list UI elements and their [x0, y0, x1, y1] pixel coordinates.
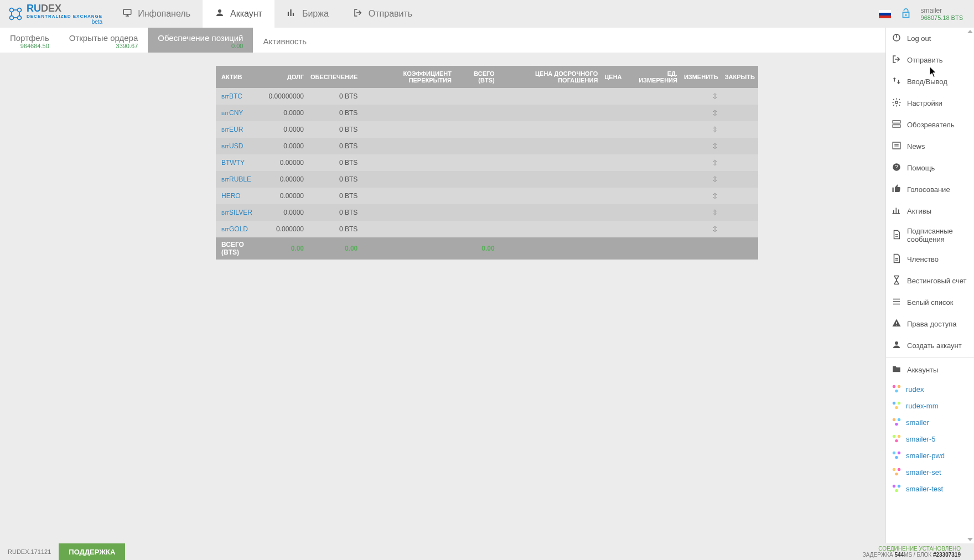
subtab-1[interactable]: Открытые ордера3390.67 — [59, 28, 148, 53]
table-row: HERO0.000000 BTS⇳ — [216, 188, 758, 204]
sidebar-item-7[interactable]: Голосование — [886, 179, 974, 200]
svg-point-39 — [895, 341, 898, 345]
nav-tab-1[interactable]: Аккаунт — [203, 0, 274, 28]
account-link-smailer-set[interactable]: smailer-set — [886, 464, 974, 480]
swap-icon — [892, 76, 903, 87]
adjust-icon[interactable]: ⇳ — [712, 158, 718, 167]
table-wrap: АКТИВДОЛГОБЕСПЕЧЕНИЕКОЭФФИЦИЕНТ ПЕРЕКРЫТ… — [216, 53, 758, 260]
sidebar-item-1[interactable]: Отправить — [886, 49, 974, 71]
table-row: BITGOLD0.0000000 BTS⇳ — [216, 221, 758, 237]
footer-total: 0.00 — [455, 237, 498, 260]
svg-point-50 — [898, 435, 900, 438]
adjust-icon[interactable]: ⇳ — [712, 92, 718, 101]
account-link-rudex-mm[interactable]: rudex-mm — [886, 397, 974, 414]
sidebar-item-9[interactable]: Подписанные сообщения — [886, 222, 974, 248]
sidebar-item-3[interactable]: Настройки — [886, 92, 974, 114]
account-name: smailer — [921, 7, 942, 14]
flag-icon[interactable] — [879, 10, 891, 18]
asset-link[interactable]: BITEUR — [221, 126, 243, 133]
power-icon — [892, 33, 903, 44]
logo[interactable]: RUDEX DECENTRALIZED EXCHANGE beta — [0, 3, 110, 25]
svg-point-46 — [893, 418, 895, 421]
account-info[interactable]: smailer 968075.18 BTS — [921, 7, 963, 21]
adjust-icon[interactable]: ⇳ — [712, 191, 718, 200]
svg-rect-20 — [893, 125, 900, 128]
subtab-0[interactable]: Портфель964684.50 — [0, 28, 59, 53]
asset-link[interactable]: BTWTY — [221, 159, 245, 167]
col-9: ЗАКРЫТЬ — [722, 66, 758, 88]
latency-info: ЗАДЕРЖКА 544MS / БЛОК #23307319 — [863, 552, 961, 558]
table-row: BTWTY0.000000 BTS⇳ — [216, 154, 758, 171]
sidebar: Log outОтправитьВвод/ВыводНастройкиОбозр… — [885, 28, 974, 543]
list-icon — [892, 297, 903, 308]
adjust-icon[interactable]: ⇳ — [712, 225, 718, 234]
svg-point-47 — [898, 418, 900, 421]
main: АКТИВДОЛГОБЕСПЕЧЕНИЕКОЭФФИЦИЕНТ ПЕРЕКРЫТ… — [0, 53, 974, 543]
sidebar-item-10[interactable]: Членство — [886, 248, 974, 270]
sidebar-item-14[interactable]: Создать аккаунт — [886, 335, 974, 356]
adjust-icon[interactable]: ⇳ — [712, 175, 718, 184]
warn-icon — [892, 318, 903, 330]
nav-tabs: ИнфопанельАккаунтБиржаОтправить — [110, 0, 424, 28]
margin-table: АКТИВДОЛГОБЕСПЕЧЕНИЕКОЭФФИЦИЕНТ ПЕРЕКРЫТ… — [216, 66, 758, 260]
footer-label: ВСЕГО (BTS) — [216, 237, 266, 260]
logo-text-dex: DEX — [41, 3, 61, 14]
svg-point-48 — [895, 423, 898, 426]
nav-tab-3[interactable]: Отправить — [341, 0, 424, 28]
account-link-smailer-5[interactable]: smailer-5 — [886, 431, 974, 447]
folder-icon — [892, 364, 903, 376]
col-5: ЦЕНА ДОСРОЧНОГО ПОГАШЕНИЯ — [498, 66, 602, 88]
svg-point-51 — [895, 439, 898, 442]
scroll-up-icon[interactable] — [967, 30, 973, 33]
svg-point-0 — [10, 8, 14, 12]
nav-tab-0[interactable]: Инфопанель — [110, 0, 203, 28]
nav-tab-2[interactable]: Биржа — [274, 0, 341, 28]
table-row: BITSILVER0.00000 BTS⇳ — [216, 204, 758, 221]
footer-coll: 0.00 — [307, 237, 361, 260]
doc-icon — [892, 230, 903, 241]
table-row: BITEUR0.00000 BTS⇳ — [216, 121, 758, 138]
sidebar-item-15[interactable]: Аккаунты — [886, 359, 974, 381]
sidebar-item-5[interactable]: News — [886, 136, 974, 157]
sidebar-item-6[interactable]: ?Помощь — [886, 157, 974, 179]
account-link-smailer-test[interactable]: smailer-test — [886, 480, 974, 497]
scroll-down-icon[interactable] — [967, 538, 973, 541]
monitor-icon — [122, 8, 132, 20]
adjust-icon[interactable]: ⇳ — [712, 125, 718, 134]
sidebar-item-12[interactable]: Белый список — [886, 292, 974, 313]
svg-point-40 — [893, 385, 895, 388]
account-link-rudex[interactable]: rudex — [886, 381, 974, 397]
svg-point-53 — [898, 452, 900, 454]
sidebar-item-2[interactable]: Ввод/Вывод — [886, 71, 974, 92]
asset-link[interactable]: BITUSD — [221, 142, 243, 150]
avatar-icon — [892, 450, 902, 460]
account-link-smailer-pwd[interactable]: smailer-pwd — [886, 447, 974, 464]
svg-point-43 — [893, 402, 895, 405]
col-6: ЦЕНА — [601, 66, 625, 88]
sidebar-item-4[interactable]: Обозреватель — [886, 114, 974, 136]
subtab-3[interactable]: Активность — [253, 28, 317, 53]
svg-point-54 — [895, 456, 898, 459]
asset-link[interactable]: BITCNY — [221, 109, 243, 117]
col-8: ИЗМЕНИТЬ — [681, 66, 722, 88]
logo-beta: beta — [27, 19, 102, 25]
adjust-icon[interactable]: ⇳ — [712, 142, 718, 151]
unlock-icon[interactable] — [900, 7, 912, 21]
sidebar-item-8[interactable]: Активы — [886, 200, 974, 222]
asset-link[interactable]: BITGOLD — [221, 225, 248, 233]
account-link-smailer[interactable]: smailer — [886, 414, 974, 431]
sidebar-item-0[interactable]: Log out — [886, 28, 974, 49]
chart-icon — [287, 8, 297, 20]
sidebar-item-11[interactable]: Вестинговый счет — [886, 270, 974, 292]
adjust-icon[interactable]: ⇳ — [712, 208, 718, 217]
subtab-2[interactable]: Обеспечение позиций0.00 — [148, 28, 253, 53]
table-row: BITCNY0.00000 BTS⇳ — [216, 105, 758, 121]
gear-icon — [892, 97, 903, 109]
asset-link[interactable]: HERO — [221, 192, 241, 200]
asset-link[interactable]: BITSILVER — [221, 209, 252, 216]
asset-link[interactable]: BITRUBLE — [221, 175, 251, 183]
support-button[interactable]: ПОДДЕРЖКА — [59, 543, 125, 561]
adjust-icon[interactable]: ⇳ — [712, 108, 718, 117]
sidebar-item-13[interactable]: Права доступа — [886, 313, 974, 335]
asset-link[interactable]: BITBTC — [221, 92, 242, 100]
